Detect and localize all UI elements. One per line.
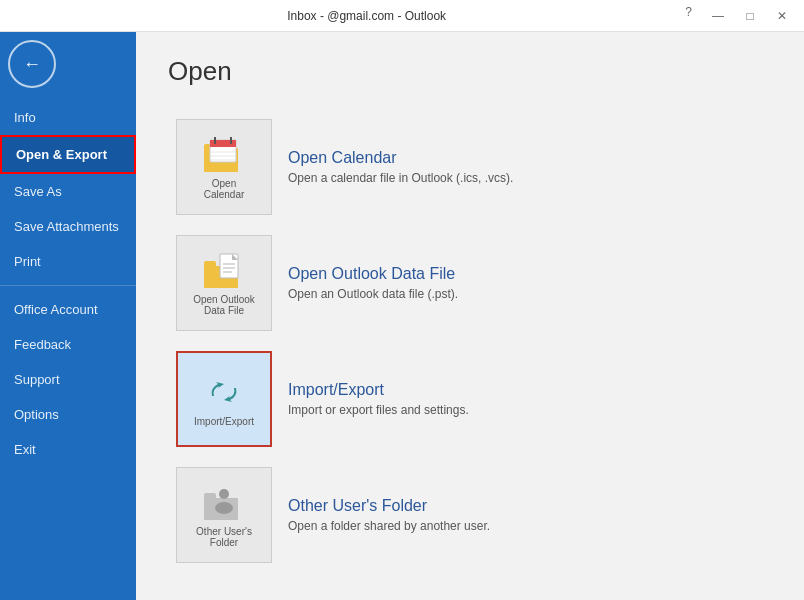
- sidebar: ← Info Open & Export Save As Save Attach…: [0, 32, 136, 600]
- import-export-title: Import/Export: [288, 381, 764, 399]
- options-list: OpenCalendar Open Calendar Open a calend…: [168, 111, 772, 571]
- open-data-label: Open OutlookData File: [193, 294, 255, 316]
- sidebar-item-office-account[interactable]: Office Account: [0, 292, 136, 327]
- open-calendar-label: OpenCalendar: [204, 178, 245, 200]
- option-other-users-folder[interactable]: Other User'sFolder Other User's Folder O…: [168, 459, 772, 571]
- import-export-icon-box: Import/Export: [176, 351, 272, 447]
- import-export-desc: Import or export files and settings.: [288, 403, 764, 417]
- back-button[interactable]: ←: [8, 40, 56, 88]
- import-export-label: Import/Export: [194, 416, 254, 427]
- other-users-text: Other User's Folder Open a folder shared…: [288, 497, 764, 533]
- sidebar-item-exit[interactable]: Exit: [0, 432, 136, 467]
- svg-point-18: [219, 489, 229, 499]
- sidebar-item-save-attachments[interactable]: Save Attachments: [0, 209, 136, 244]
- sidebar-item-feedback[interactable]: Feedback: [0, 327, 136, 362]
- option-open-calendar[interactable]: OpenCalendar Open Calendar Open a calend…: [168, 111, 772, 223]
- help-icon[interactable]: ?: [685, 5, 692, 27]
- sidebar-divider: [0, 285, 136, 286]
- maximize-button[interactable]: □: [736, 5, 764, 27]
- option-open-data-file[interactable]: Open OutlookData File Open Outlook Data …: [168, 227, 772, 339]
- close-button[interactable]: ✕: [768, 5, 796, 27]
- open-data-icon-box: Open OutlookData File: [176, 235, 272, 331]
- sidebar-item-open-export[interactable]: Open & Export: [0, 135, 136, 174]
- window-title: Inbox - @gmail.com - Outlook: [48, 9, 685, 23]
- outlook-data-icon: [202, 250, 246, 290]
- open-calendar-icon-box: OpenCalendar: [176, 119, 272, 215]
- open-data-text: Open Outlook Data File Open an Outlook d…: [288, 265, 764, 301]
- other-users-desc: Open a folder shared by another user.: [288, 519, 764, 533]
- titlebar: Inbox - @gmail.com - Outlook ? — □ ✕: [0, 0, 804, 32]
- other-users-label: Other User'sFolder: [196, 526, 252, 548]
- minimize-button[interactable]: —: [704, 5, 732, 27]
- calendar-icon: [202, 134, 246, 174]
- svg-point-19: [215, 502, 233, 514]
- other-users-icon-box: Other User'sFolder: [176, 467, 272, 563]
- sidebar-nav: Info Open & Export Save As Save Attachme…: [0, 100, 136, 467]
- window-controls: ? — □ ✕: [685, 5, 796, 27]
- other-users-title: Other User's Folder: [288, 497, 764, 515]
- open-data-title: Open Outlook Data File: [288, 265, 764, 283]
- open-calendar-text: Open Calendar Open a calendar file in Ou…: [288, 149, 764, 185]
- content-area: Open: [136, 32, 804, 600]
- import-export-icon: [202, 372, 246, 412]
- sidebar-item-print[interactable]: Print: [0, 244, 136, 279]
- sidebar-item-info[interactable]: Info: [0, 100, 136, 135]
- sidebar-item-options[interactable]: Options: [0, 397, 136, 432]
- svg-rect-17: [204, 493, 216, 500]
- open-calendar-title: Open Calendar: [288, 149, 764, 167]
- app-container: ← Info Open & Export Save As Save Attach…: [0, 32, 804, 600]
- sidebar-item-support[interactable]: Support: [0, 362, 136, 397]
- other-users-icon: [202, 482, 246, 522]
- open-calendar-desc: Open a calendar file in Outlook (.ics, .…: [288, 171, 764, 185]
- sidebar-item-save-as[interactable]: Save As: [0, 174, 136, 209]
- svg-rect-10: [204, 261, 216, 268]
- option-import-export[interactable]: Import/Export Import/Export Import or ex…: [168, 343, 772, 455]
- open-data-desc: Open an Outlook data file (.pst).: [288, 287, 764, 301]
- page-title: Open: [168, 56, 772, 87]
- svg-rect-3: [210, 140, 236, 147]
- import-export-text: Import/Export Import or export files and…: [288, 381, 764, 417]
